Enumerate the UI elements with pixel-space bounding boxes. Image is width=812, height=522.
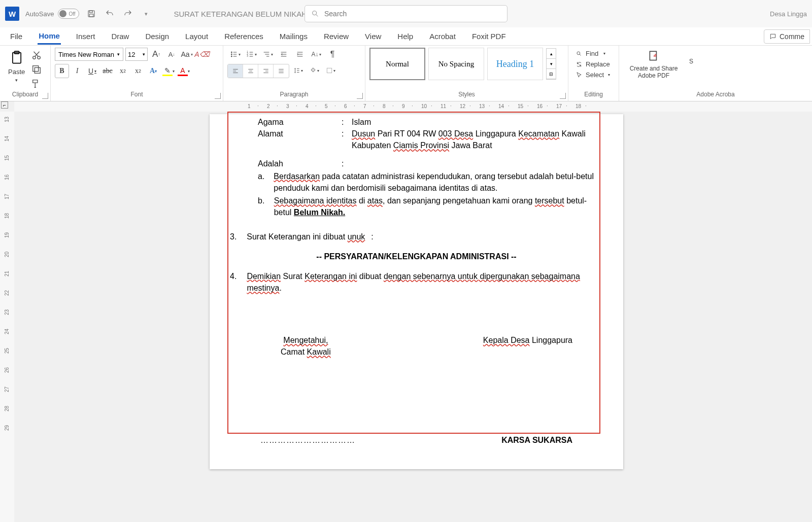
ribbon: Paste ▾ Clipboard Times New Roman▾ 12▾ A… [0, 46, 812, 101]
clear-formatting-button[interactable]: A⌫ [195, 48, 209, 61]
font-dialog-launcher[interactable] [215, 93, 221, 99]
show-marks-button[interactable]: ¶ [325, 48, 340, 61]
text-effects-button[interactable]: A▾ [146, 64, 160, 78]
tab-help[interactable]: Help [396, 29, 414, 44]
increase-indent-button[interactable] [292, 48, 308, 61]
vertical-ruler[interactable]: 1314151617181920212223242526272829 [0, 112, 14, 522]
gallery-more-icon[interactable]: ⊟ [547, 69, 556, 79]
svg-rect-2 [90, 14, 94, 17]
sign-name: KARSA SUKARSA [501, 434, 572, 446]
align-right-button[interactable] [258, 64, 274, 78]
qat-customize-icon[interactable]: ▾ [140, 8, 152, 20]
select-button[interactable]: Select▾ [576, 71, 612, 79]
tab-draw[interactable]: Draw [110, 29, 130, 44]
undo-icon[interactable] [104, 8, 116, 20]
gallery-down-icon[interactable]: ▾ [547, 59, 556, 69]
page-selection-outline [227, 112, 600, 434]
search-box[interactable] [304, 5, 507, 22]
redo-icon[interactable] [122, 8, 134, 20]
document-title[interactable]: SURAT KETERANGAN BELUM NIKAH ⌄ [174, 10, 315, 18]
comments-button[interactable]: Comme [764, 29, 810, 44]
bold-button[interactable]: B [55, 64, 69, 78]
group-editing: Find▾ Replace Select▾ Editing [568, 46, 619, 101]
ribbon-tabs: File Home Insert Draw Design Layout Refe… [0, 27, 812, 46]
autosave-label: AutoSave [25, 10, 54, 18]
word-app-icon: W [5, 7, 19, 21]
font-color-button[interactable]: A▾ [177, 64, 191, 78]
styles-dialog-launcher[interactable] [560, 93, 566, 99]
tab-references[interactable]: References [223, 29, 264, 44]
sort-button[interactable]: A↓ [309, 48, 324, 61]
tab-mailings[interactable]: Mailings [279, 29, 309, 44]
title-bar: W AutoSave Off ▾ SURAT KETERANGAN BELUM … [0, 0, 812, 27]
clipboard-group-label: Clipboard [4, 91, 46, 100]
font-name-select[interactable]: Times New Roman▾ [55, 48, 123, 61]
toggle-track[interactable]: Off [58, 9, 79, 19]
format-painter-icon[interactable] [31, 78, 42, 89]
tab-design[interactable]: Design [144, 29, 170, 44]
paste-button[interactable]: Paste ▾ [4, 48, 29, 85]
paste-label: Paste [8, 68, 25, 76]
clipboard-icon [10, 50, 24, 66]
user-name[interactable]: Desa Lingga [770, 10, 807, 18]
find-button[interactable]: Find▾ [576, 50, 612, 57]
autosave-state: Off [69, 11, 75, 17]
subscript-button[interactable]: x2 [116, 64, 130, 78]
grow-font-button[interactable]: A↑ [150, 48, 163, 61]
decrease-indent-button[interactable] [276, 48, 291, 61]
find-icon [576, 50, 583, 57]
tab-acrobat[interactable]: Acrobat [428, 29, 457, 44]
group-clipboard: Paste ▾ Clipboard [0, 46, 51, 101]
group-adobe: Create and Share Adobe PDF S Adobe Acrob… [619, 46, 812, 101]
svg-point-17 [577, 51, 580, 54]
multilevel-list-button[interactable] [260, 48, 275, 61]
justify-button[interactable] [274, 64, 289, 78]
style-heading-1[interactable]: Heading 1 [487, 48, 543, 80]
align-left-button[interactable] [228, 64, 243, 78]
numbering-button[interactable]: 123 [244, 48, 259, 61]
svg-point-11 [231, 54, 232, 55]
highlight-color-button[interactable]: ✎▾ [161, 64, 176, 78]
create-share-pdf-button[interactable]: Create and Share Adobe PDF [623, 48, 684, 81]
bullets-button[interactable] [227, 48, 243, 61]
clipboard-dialog-launcher[interactable] [42, 93, 48, 99]
line-spacing-button[interactable] [290, 64, 306, 77]
gallery-up-icon[interactable]: ▴ [547, 49, 556, 59]
borders-button[interactable] [323, 64, 338, 77]
adobe-extra-button[interactable]: S [684, 48, 698, 81]
horizontal-ruler[interactable]: 1·2·3·4·5·6·7·8·9·10·11·12·13·14·15·16·1… [14, 101, 812, 112]
tab-insert[interactable]: Insert [75, 29, 96, 44]
search-input[interactable] [324, 10, 501, 18]
underline-button[interactable]: U▾ [85, 64, 99, 78]
tab-foxit-pdf[interactable]: Foxit PDF [471, 29, 507, 44]
save-icon[interactable] [85, 8, 97, 20]
change-case-button[interactable]: Aa [180, 48, 193, 61]
tab-stop-selector[interactable]: ⌐ [1, 101, 8, 109]
svg-text:3: 3 [247, 55, 248, 57]
cursor-icon [576, 72, 583, 79]
strikethrough-button[interactable]: abc [100, 64, 115, 78]
superscript-button[interactable]: x2 [131, 64, 145, 78]
style-normal[interactable]: Normal [369, 48, 425, 80]
styles-gallery-scroll[interactable]: ▴ ▾ ⊟ [546, 48, 556, 80]
replace-icon [576, 61, 583, 68]
autosave-toggle[interactable]: AutoSave Off [25, 9, 79, 19]
shrink-font-button[interactable]: A↓ [165, 48, 178, 61]
italic-button[interactable]: I [70, 64, 84, 78]
pdf-share-icon [647, 50, 660, 63]
tab-review[interactable]: Review [323, 29, 350, 44]
tab-home[interactable]: Home [38, 28, 61, 45]
paragraph-group-label: Paragraph [227, 91, 361, 100]
align-center-button[interactable] [243, 64, 258, 78]
replace-button[interactable]: Replace [576, 60, 612, 68]
shading-button[interactable] [307, 64, 322, 77]
tab-layout[interactable]: Layout [184, 29, 209, 44]
paragraph-dialog-launcher[interactable] [357, 93, 363, 99]
cut-icon[interactable] [31, 50, 42, 61]
tab-view[interactable]: View [364, 29, 382, 44]
copy-icon[interactable] [31, 64, 42, 75]
font-size-select[interactable]: 12▾ [125, 48, 148, 61]
tab-file[interactable]: File [9, 29, 23, 44]
style-no-spacing[interactable]: No Spacing [428, 48, 484, 80]
svg-point-12 [231, 56, 232, 57]
